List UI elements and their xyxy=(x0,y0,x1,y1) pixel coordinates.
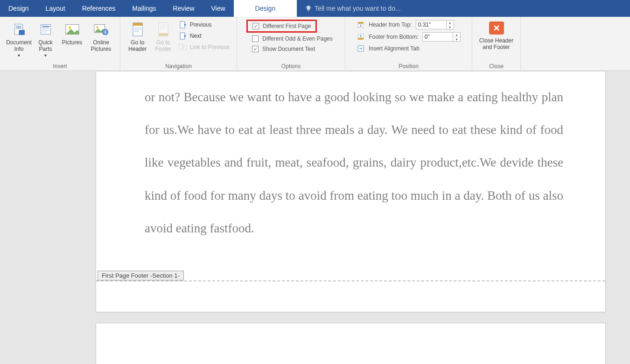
show-document-text-checkbox[interactable]: ✓ Show Document Text xyxy=(249,45,318,53)
footer-bottom-input[interactable]: 0" ▲▼ xyxy=(422,32,461,42)
document-info-icon xyxy=(11,21,27,37)
document-body-text: or not? Because we want to have a good l… xyxy=(96,71,605,245)
svg-rect-1 xyxy=(16,26,21,27)
tab-design[interactable]: Design xyxy=(0,0,37,17)
svg-rect-17 xyxy=(134,29,141,30)
tellme-placeholder: Tell me what you want to do... xyxy=(315,5,400,12)
document-area[interactable]: or not? Because we want to have a good l… xyxy=(0,71,630,364)
footer-separator xyxy=(96,280,605,281)
previous-button[interactable]: Previous xyxy=(177,20,231,30)
tab-hf-design[interactable]: Design xyxy=(234,0,297,17)
svg-rect-8 xyxy=(42,32,46,33)
svg-rect-27 xyxy=(183,45,186,50)
close-icon xyxy=(489,21,504,35)
svg-rect-25 xyxy=(180,33,185,39)
svg-rect-18 xyxy=(134,31,139,32)
svg-rect-2 xyxy=(16,28,21,28)
quick-parts-button[interactable]: Quick Parts ▾ xyxy=(35,19,57,59)
svg-rect-31 xyxy=(358,38,364,40)
group-close-label: Close xyxy=(475,62,518,70)
group-position-label: Position xyxy=(348,62,469,70)
insert-alignment-tab-label: Insert Alignment Tab xyxy=(369,45,420,52)
pictures-icon xyxy=(64,21,80,37)
group-position: Header from Top: 0.31" ▲▼ Footer from Bo… xyxy=(345,17,472,70)
group-options-label: Options xyxy=(240,62,342,70)
svg-rect-15 xyxy=(133,23,142,26)
pictures-button[interactable]: Pictures xyxy=(59,19,86,46)
pictures-label: Pictures xyxy=(62,39,82,46)
checkbox-checked-icon: ✓ xyxy=(252,23,259,29)
dropdown-caret-icon: ▾ xyxy=(44,52,47,59)
document-info-button[interactable]: Document Info ▾ xyxy=(6,19,33,59)
svg-rect-16 xyxy=(134,28,141,28)
show-document-text-label: Show Document Text xyxy=(262,46,315,52)
different-first-page-checkbox[interactable]: ✓ Different First Page xyxy=(250,22,314,30)
group-close: Close Header and Footer Close xyxy=(472,17,521,70)
footer-bottom-label: Footer from Bottom: xyxy=(369,34,419,40)
ribbon: Document Info ▾ Quick Parts ▾ Pictures O… xyxy=(0,17,630,71)
link-to-previous-button[interactable]: Link to Previous xyxy=(177,42,231,52)
header-top-icon xyxy=(357,21,365,29)
tab-review[interactable]: Review xyxy=(165,0,203,17)
page-1[interactable]: or not? Because we want to have a good l… xyxy=(96,71,606,312)
spin-up-icon[interactable]: ▲ xyxy=(453,33,460,37)
close-header-footer-label: Close Header and Footer xyxy=(476,37,517,50)
footer-bottom-icon xyxy=(357,33,365,41)
tab-view[interactable]: View xyxy=(203,0,234,17)
next-label: Next xyxy=(190,33,202,39)
quick-parts-icon xyxy=(38,21,54,37)
group-insert: Document Info ▾ Quick Parts ▾ Pictures O… xyxy=(0,17,120,70)
svg-rect-21 xyxy=(160,25,167,26)
checkbox-checked-icon: ✓ xyxy=(252,46,259,52)
header-top-label: Header from Top: xyxy=(369,21,412,28)
link-to-previous-label: Link to Previous xyxy=(190,44,230,50)
page-2[interactable] xyxy=(96,323,606,364)
close-header-footer-button[interactable]: Close Header and Footer xyxy=(476,19,518,50)
lightbulb-icon xyxy=(305,5,312,12)
group-navigation-label: Navigation xyxy=(123,62,234,70)
different-first-page-label: Different First Page xyxy=(263,23,311,29)
svg-rect-28 xyxy=(358,22,364,24)
group-navigation: Go to Header Go to Footer Previous Next xyxy=(120,17,237,70)
goto-footer-label: Go to Footer xyxy=(153,39,174,52)
svg-rect-3 xyxy=(19,30,24,35)
goto-footer-icon xyxy=(155,21,171,37)
online-pictures-label: Online Pictures xyxy=(89,39,114,52)
diff-first-highlight: ✓ Different First Page xyxy=(246,20,317,33)
svg-rect-20 xyxy=(159,33,168,36)
svg-rect-22 xyxy=(160,27,167,28)
svg-rect-23 xyxy=(160,28,165,29)
document-info-label: Document Info xyxy=(6,39,32,52)
goto-header-icon xyxy=(130,21,146,37)
tab-mailings[interactable]: Mailings xyxy=(124,0,164,17)
next-icon xyxy=(179,32,187,40)
online-pictures-button[interactable]: Online Pictures xyxy=(88,19,115,52)
online-pictures-icon xyxy=(93,21,109,37)
checkbox-unchecked-icon xyxy=(252,35,259,42)
svg-rect-24 xyxy=(180,21,185,28)
svg-rect-5 xyxy=(42,26,49,28)
svg-rect-26 xyxy=(180,44,183,49)
goto-footer-button[interactable]: Go to Footer xyxy=(152,19,175,52)
footer-bottom-value: 0" xyxy=(423,34,453,40)
goto-header-button[interactable]: Go to Header xyxy=(126,19,150,52)
svg-point-12 xyxy=(96,26,98,28)
different-odd-even-checkbox[interactable]: Different Odd & Even Pages xyxy=(249,35,336,43)
tab-layout[interactable]: Layout xyxy=(37,0,74,17)
link-to-previous-icon xyxy=(179,43,187,51)
spin-down-icon[interactable]: ▼ xyxy=(447,25,454,29)
header-top-value: 0.31" xyxy=(416,21,446,28)
different-odd-even-label: Different Odd & Even Pages xyxy=(262,35,333,42)
svg-rect-6 xyxy=(42,28,49,29)
tabs-bar: Design Layout References Mailings Review… xyxy=(0,0,630,17)
insert-alignment-tab-button[interactable]: Insert Alignment Tab xyxy=(355,44,421,53)
group-options: ✓ Different First Page Different Odd & E… xyxy=(237,17,345,70)
previous-label: Previous xyxy=(190,21,212,28)
spin-down-icon[interactable]: ▼ xyxy=(453,37,460,41)
next-button[interactable]: Next xyxy=(177,31,231,41)
group-insert-label: Insert xyxy=(3,62,117,70)
tab-references[interactable]: References xyxy=(74,0,124,17)
tellme-search[interactable]: Tell me what you want to do... xyxy=(305,0,400,17)
header-top-input[interactable]: 0.31" ▲▼ xyxy=(416,20,454,29)
spin-up-icon[interactable]: ▲ xyxy=(447,21,454,25)
